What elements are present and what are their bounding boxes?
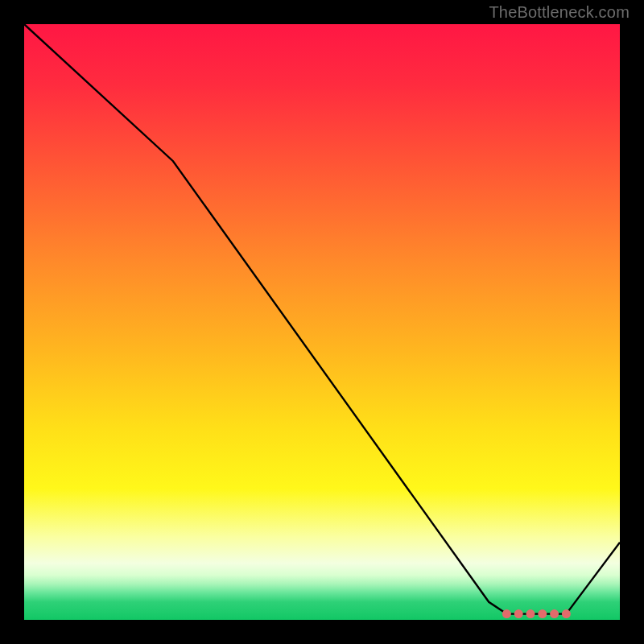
chart-marker bbox=[502, 609, 511, 618]
chart-svg bbox=[24, 24, 620, 620]
chart-marker bbox=[550, 609, 559, 618]
chart-marker bbox=[514, 609, 523, 618]
chart-marker bbox=[538, 609, 547, 618]
attribution-label: TheBottleneck.com bbox=[489, 3, 630, 22]
chart-marker bbox=[526, 609, 535, 618]
chart-frame: TheBottleneck.com bbox=[0, 0, 644, 644]
chart-plot-area bbox=[24, 24, 620, 620]
chart-background-gradient bbox=[24, 24, 620, 620]
chart-marker bbox=[562, 609, 571, 618]
